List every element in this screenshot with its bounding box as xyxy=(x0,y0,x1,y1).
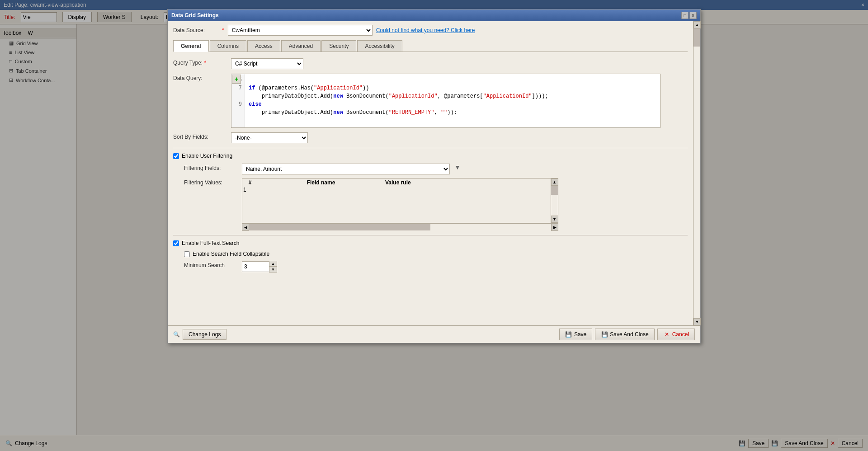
min-search-input[interactable] xyxy=(242,261,269,272)
tab-security[interactable]: Security xyxy=(321,40,356,52)
scroll-track xyxy=(551,186,558,216)
filter-table-scrollbar: ▲ ▼ xyxy=(551,179,558,223)
sortby-label: Sort By Fields: xyxy=(173,132,227,140)
querytype-required: * xyxy=(204,60,207,66)
save-icon: 💾 xyxy=(565,331,572,338)
code-content: if (@parameters.Has("ApplicationId")) pr… xyxy=(245,74,660,127)
table-header-num: # xyxy=(243,179,257,186)
save-and-close-btn[interactable]: 💾 Save And Close xyxy=(595,329,654,340)
dialog-content-area: Data Source: * CwAmtItem Could not find … xyxy=(168,21,700,325)
datasource-select[interactable]: CwAmtItem xyxy=(228,25,373,36)
cancel-icon: ✕ xyxy=(663,331,670,338)
datasource-help-link[interactable]: Could not find what you need? Click here xyxy=(376,27,475,33)
data-grid-settings-dialog: Data Grid Settings □ × Data Source: * Cw… xyxy=(167,9,701,343)
save-label: Save xyxy=(574,331,586,338)
save-and-close-label: Save And Close xyxy=(610,331,648,338)
enable-collapsible-label: Enable Search Field Collapsible xyxy=(193,251,269,257)
row-num: 1 xyxy=(243,187,257,193)
dialog-scroll-thumb xyxy=(693,28,700,47)
h-scroll-left-btn[interactable]: ◀ xyxy=(242,224,249,231)
querytype-label-text: Query Type: xyxy=(173,60,203,66)
h-scrollbar: ◀ ▶ xyxy=(242,223,558,230)
filtering-fields-select[interactable]: Name, Amount xyxy=(242,164,450,174)
code-toolbar: + xyxy=(232,75,241,84)
enable-collapsible-row: Enable Search Field Collapsible xyxy=(184,251,688,257)
cancel-btn[interactable]: ✕ Cancel xyxy=(657,329,695,340)
filtering-fields-label: Filtering Fields: xyxy=(184,164,238,171)
sortby-select[interactable]: -None- xyxy=(231,132,308,143)
tab-accessibility[interactable]: Accessibility xyxy=(357,40,402,52)
code-editor-wrapper: + 6 7 9 xyxy=(231,74,660,128)
filtering-fields-row: Filtering Fields: Name, Amount ▼ xyxy=(184,164,688,174)
scroll-up-btn[interactable]: ▲ xyxy=(551,179,558,186)
enable-fulltext-row: Enable Full-Text Search xyxy=(173,240,688,246)
row-value[interactable] xyxy=(385,187,411,193)
filtering-values-label: Filtering Values: xyxy=(184,178,238,186)
dialog-scroll-up-btn[interactable]: ▲ xyxy=(693,21,701,28)
table-row-empty1 xyxy=(243,194,411,200)
filtering-fields-dropdown-btn[interactable]: ▼ xyxy=(454,164,461,171)
min-search-label: Minimum Search xyxy=(184,261,238,268)
dialog-maximize-btn[interactable]: □ xyxy=(681,12,689,19)
querytype-row: Query Type: * C# Script xyxy=(173,58,688,69)
dialog-footer: 🔍 Change Logs 💾 Save 💾 Save And Close ✕ … xyxy=(168,325,700,343)
h-scroll-right-btn[interactable]: ▶ xyxy=(551,224,558,231)
table-row-empty3 xyxy=(243,208,411,215)
filtering-values-row: Filtering Values: # Field na xyxy=(184,178,688,230)
dialog-scrollbar: ▲ ▼ xyxy=(693,21,700,325)
dialog-main-content: Data Source: * CwAmtItem Could not find … xyxy=(168,21,693,325)
collapsible-indented: Enable Search Field Collapsible Minimum … xyxy=(173,251,688,272)
enable-collapsible-checkbox[interactable] xyxy=(184,251,190,257)
filtering-indented: Filtering Fields: Name, Amount ▼ Filteri… xyxy=(173,164,688,230)
tab-columns[interactable]: Columns xyxy=(210,40,246,52)
dialog-scroll-track xyxy=(693,28,700,318)
tab-content-general: Query Type: * C# Script Data Query: xyxy=(173,58,688,322)
querytype-select[interactable]: C# Script xyxy=(231,58,303,69)
datasource-required: * xyxy=(222,27,224,33)
code-insert-btn[interactable]: + xyxy=(232,75,241,84)
scroll-down-btn[interactable]: ▼ xyxy=(551,216,558,223)
sortby-row: Sort By Fields: -None- xyxy=(173,132,688,143)
table-row-empty4 xyxy=(243,216,411,222)
dialog-title: Data Grid Settings xyxy=(171,12,219,19)
min-search-spinbox: ▲ ▼ xyxy=(242,261,277,272)
footer-left: 🔍 Change Logs xyxy=(173,329,226,340)
datasource-row: Data Source: * CwAmtItem Could not find … xyxy=(173,25,688,36)
dialog-titlebar: Data Grid Settings □ × xyxy=(168,9,700,21)
save-and-close-icon: 💾 xyxy=(601,331,608,338)
h-scroll-thumb xyxy=(249,224,430,230)
dataquery-row: Data Query: + 6 xyxy=(173,74,688,128)
filter-table-container: # Field name Value rule 1 xyxy=(242,178,558,223)
spinbox-buttons: ▲ ▼ xyxy=(269,261,277,272)
enable-fulltext-checkbox[interactable] xyxy=(173,240,179,246)
datasource-label: Data Source: xyxy=(173,27,218,33)
cancel-label: Cancel xyxy=(672,331,689,338)
dialog-title-buttons: □ × xyxy=(681,12,697,19)
filtering-values-table-wrapper: # Field name Value rule 1 xyxy=(242,178,558,230)
filter-table: # Field name Value rule 1 xyxy=(242,179,412,223)
dialog-tabs: General Columns Access Advanced Security… xyxy=(173,40,688,52)
dialog-close-btn[interactable]: × xyxy=(689,12,697,19)
spinbox-down-btn[interactable]: ▼ xyxy=(269,267,277,272)
spinbox-up-btn[interactable]: ▲ xyxy=(269,261,277,267)
modal-overlay: Data Grid Settings □ × Data Source: * Cw… xyxy=(0,0,868,451)
enable-filtering-checkbox[interactable] xyxy=(173,153,179,159)
code-editor[interactable]: 6 7 9 if (@parameters.Has("ApplicationId… xyxy=(231,74,660,128)
change-logs-label: Change Logs xyxy=(189,331,221,338)
scroll-thumb xyxy=(551,186,558,195)
row-field[interactable] xyxy=(258,187,384,193)
filter-table-inner: # Field name Value rule 1 xyxy=(242,179,551,223)
table-row-empty2 xyxy=(243,201,411,207)
min-search-row: Minimum Search ▲ ▼ xyxy=(184,261,688,272)
dialog-scroll-down-btn[interactable]: ▼ xyxy=(693,318,701,325)
h-scroll-track xyxy=(249,224,551,230)
change-logs-icon: 🔍 xyxy=(173,331,180,338)
tab-general[interactable]: General xyxy=(173,40,209,52)
enable-filtering-row: Enable User Filtering xyxy=(173,153,688,159)
save-btn[interactable]: 💾 Save xyxy=(559,329,592,340)
table-header-fieldname: Field name xyxy=(258,179,384,186)
tab-access[interactable]: Access xyxy=(247,40,280,52)
change-logs-btn[interactable]: Change Logs xyxy=(183,329,226,340)
table-header-valuerule: Value rule xyxy=(385,179,411,186)
tab-advanced[interactable]: Advanced xyxy=(281,40,321,52)
